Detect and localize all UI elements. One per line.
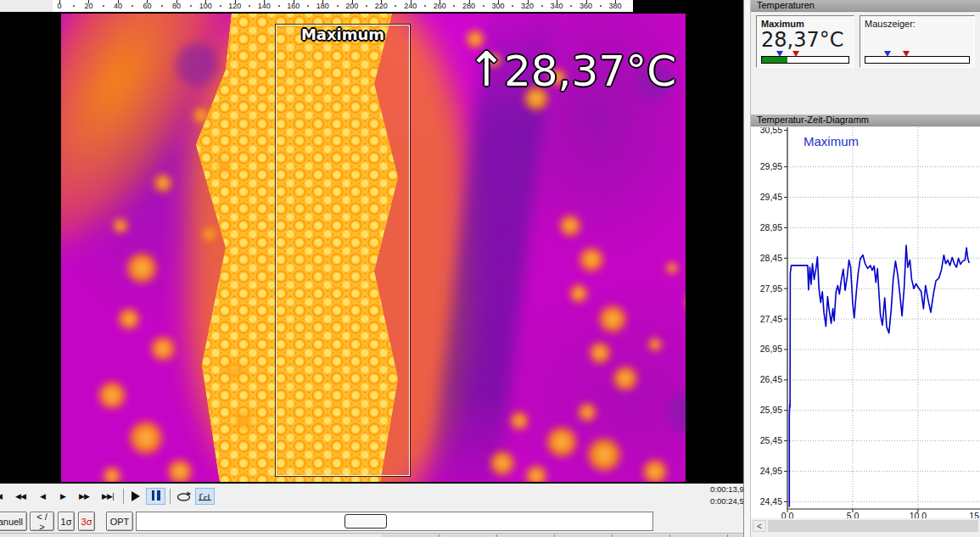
thermal-blob — [577, 402, 597, 422]
jump-to-end-button[interactable]: ▶▶| — [97, 488, 119, 505]
horizontal-ruler: 0204060801001201401601802002202402602803… — [53, 0, 633, 12]
thermal-blob — [524, 464, 548, 482]
image-viewport: Maximum ↑ 28,37°C — [0, 12, 743, 484]
thermal-blob — [97, 380, 127, 411]
step-forward-button[interactable]: ▶ — [54, 488, 71, 505]
thermal-blob — [612, 365, 639, 392]
jump-to-start-button[interactable]: |◀ — [0, 488, 7, 505]
ruler-label: 300 — [487, 2, 509, 11]
thermal-image[interactable]: Maximum ↑ 28,37°C — [61, 14, 686, 482]
right-panel: Temperaturen Maximum 28,37°C Mauszeiger:… — [751, 0, 980, 537]
manuell-button[interactable]: anuell — [0, 512, 27, 531]
ruler-minor-dot — [307, 5, 309, 7]
pause-button[interactable] — [146, 488, 165, 505]
thermal-blob — [489, 450, 516, 477]
ruler-label: 260 — [428, 2, 451, 11]
thermal-blob — [685, 294, 686, 310]
thermal-blob — [558, 214, 582, 238]
transport-bar: |◀ ◀◀ ◀ ▶ ▶▶ ▶▶| — [0, 484, 743, 509]
y-tick-label: 27,45 — [760, 314, 782, 324]
panel-splitter[interactable] — [743, 0, 751, 537]
range-mode-button[interactable]: < / > — [30, 512, 54, 531]
thermal-blob — [545, 425, 579, 459]
chart-legend: Maximum — [804, 134, 859, 148]
play-icon — [132, 491, 140, 501]
thermal-blob — [647, 337, 663, 352]
mouse-box-label: Mauszeiger: — [865, 19, 970, 29]
ruler-minor-dot — [161, 5, 163, 7]
thermal-blob — [102, 466, 122, 482]
ruler-minor-dot — [337, 5, 339, 7]
play-button[interactable] — [127, 488, 144, 505]
measure-area-label: Maximum — [276, 25, 410, 43]
y-tick-label: 27,95 — [760, 283, 782, 294]
temperature-time-chart: 30,5529,9529,4528,9528,4527,9527,4526,95… — [751, 127, 980, 519]
series-line-maximum — [789, 245, 969, 507]
step-back-button[interactable]: ◀ — [34, 488, 51, 505]
snap-timeline-button[interactable] — [195, 488, 215, 505]
maximum-temp-value: 28,37°C — [761, 29, 849, 51]
ruler-label: 100 — [194, 2, 216, 11]
ruler-label: 180 — [311, 2, 333, 11]
thermal-blob — [216, 159, 229, 173]
loop-button[interactable] — [174, 488, 193, 505]
red-threshold-marker-icon[interactable] — [792, 51, 799, 57]
ruler-label: 60 — [136, 2, 158, 11]
total-time-label: 0:00:24,59 — [689, 496, 748, 506]
ruler-minor-dot — [483, 5, 484, 7]
thermal-blob — [112, 217, 129, 234]
chart-scroll-track[interactable] — [768, 520, 978, 532]
thermal-blob — [125, 251, 159, 285]
y-tick-label: 25,95 — [760, 405, 782, 415]
ruler-minor-dot — [395, 5, 396, 7]
sigma1-button[interactable]: 1σ — [58, 512, 75, 531]
y-tick-label: 26,45 — [760, 374, 782, 384]
ruler-label: 0 — [53, 2, 70, 11]
mouse-temp-bar — [865, 56, 970, 64]
thermal-blob — [202, 227, 217, 242]
ruler-label: 20 — [77, 2, 99, 11]
thermal-blob — [664, 387, 686, 438]
ruler-minor-dot — [190, 5, 192, 7]
thermal-blob — [227, 361, 244, 378]
ruler-label: 40 — [107, 2, 129, 11]
chart-panel-header: Temperatur-Zeit-Diagramm — [751, 115, 980, 126]
thermal-blob — [166, 458, 193, 482]
thermal-blob — [641, 458, 669, 482]
thermal-blob — [509, 411, 529, 431]
y-tick-label: 26,95 — [760, 344, 782, 354]
y-tick-label: 29,95 — [760, 161, 782, 171]
ruler-minor-dot — [541, 5, 543, 7]
chart-horizontal-scrollbar: < — [751, 518, 980, 534]
palette-range-track[interactable] — [136, 512, 653, 531]
opt-button[interactable]: OPT — [106, 512, 133, 531]
blue-threshold-marker-icon[interactable] — [884, 51, 891, 57]
current-time-label: 0:00:13,92 — [689, 484, 748, 494]
thermal-blob — [153, 173, 173, 193]
fast-rewind-button[interactable]: ◀◀ — [10, 488, 31, 505]
red-threshold-marker-icon[interactable] — [903, 51, 910, 57]
thermal-blob — [193, 107, 210, 124]
ruler-minor-dot — [366, 5, 367, 7]
palette-range-thumb[interactable] — [344, 514, 387, 529]
y-tick-label: 24,95 — [760, 466, 782, 476]
y-tick-label: 24,45 — [760, 496, 782, 506]
ruler-minor-dot — [600, 5, 602, 7]
fast-forward-button[interactable]: ▶▶ — [75, 488, 93, 505]
ruler-label: 360 — [575, 2, 597, 11]
measure-area-rectangle[interactable] — [276, 25, 410, 476]
ruler-label: 120 — [224, 2, 246, 11]
toolbar-separator — [170, 489, 171, 504]
ruler-label: 160 — [283, 2, 305, 11]
ruler-label: 220 — [370, 2, 392, 11]
y-tick-label: 28,95 — [760, 222, 782, 232]
ruler-minor-dot — [103, 5, 104, 7]
max-temp-arrow-icon: ↑ — [467, 44, 507, 95]
ruler-minor-dot — [512, 5, 513, 7]
thermal-blob — [585, 436, 623, 473]
ruler-label: 320 — [517, 2, 539, 11]
ruler-minor-dot — [424, 5, 426, 7]
blue-threshold-marker-icon[interactable] — [776, 51, 783, 57]
sigma3-button[interactable]: 3σ — [78, 512, 95, 531]
chart-scroll-left-button[interactable]: < — [753, 520, 766, 532]
